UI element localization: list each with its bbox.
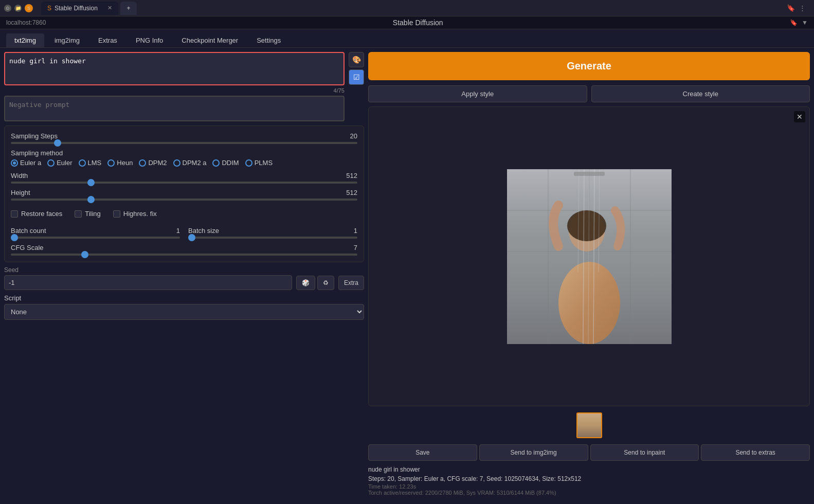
token-count: 4/75 xyxy=(4,87,345,94)
prompt-tools: 🎨 ☑ xyxy=(349,52,364,85)
tab-txt2img[interactable]: txt2img xyxy=(6,33,44,47)
output-info-text: nude girl in shower xyxy=(368,465,810,474)
browser-tab-close[interactable]: ✕ xyxy=(107,5,112,11)
save-button[interactable]: Save xyxy=(368,444,477,461)
apply-style-button[interactable]: Apply style xyxy=(368,85,587,102)
restore-faces-checkbox xyxy=(11,210,18,218)
page-title: Stable Diffusion xyxy=(46,19,790,27)
window-icon: ⊙ xyxy=(4,5,11,12)
send-to-img2img-button[interactable]: Send to img2img xyxy=(479,444,588,461)
seed-section: Seed 🎲 ♻ Extra xyxy=(4,266,364,290)
method-euler-label: Euler xyxy=(57,159,72,167)
radio-euler xyxy=(47,159,55,167)
output-info-details: Steps: 20, Sampler: Euler a, CFG scale: … xyxy=(368,474,810,483)
cfg-scale-slider[interactable] xyxy=(11,254,357,256)
method-dpm2-a[interactable]: DPM2 a xyxy=(173,159,207,167)
negative-prompt-input[interactable] xyxy=(4,96,345,121)
extra-button[interactable]: Extra xyxy=(338,276,364,290)
batch-size-value: 1 xyxy=(354,227,357,235)
sampling-method-row: Sampling method Euler a Euler LMS xyxy=(11,149,357,167)
extra-label: Extra xyxy=(344,279,358,286)
height-slider[interactable] xyxy=(11,199,357,201)
method-lms[interactable]: LMS xyxy=(79,159,102,167)
send-to-inpaint-button[interactable]: Send to inpaint xyxy=(590,444,699,461)
cfg-scale-label: CFG Scale xyxy=(11,244,44,251)
restore-faces-label: Restore faces xyxy=(21,210,62,218)
close-image-button[interactable]: ✕ xyxy=(794,111,805,122)
sampling-steps-row: Sampling Steps 20 xyxy=(11,132,357,144)
restore-faces-option[interactable]: Restore faces xyxy=(11,210,62,218)
tab-png-info[interactable]: PNG Info xyxy=(128,33,171,47)
method-lms-label: LMS xyxy=(88,159,102,167)
menu-icon[interactable]: ⋮ xyxy=(799,4,806,12)
svg-point-9 xyxy=(567,210,606,241)
cfg-scale-row: CFG Scale 7 xyxy=(11,244,357,256)
radio-dpm2 xyxy=(139,159,146,167)
seed-input-wrap: Seed xyxy=(4,266,292,290)
method-euler-a[interactable]: Euler a xyxy=(11,159,41,167)
width-label: Width xyxy=(11,172,28,179)
script-select[interactable]: None xyxy=(4,304,364,320)
main-content: 4/75 🎨 ☑ Sampling Steps 20 Sampling meth… xyxy=(0,48,814,500)
seed-input[interactable] xyxy=(4,275,292,290)
radio-dpm2-a xyxy=(173,159,180,167)
width-row: Width 512 xyxy=(11,172,357,184)
width-slider[interactable] xyxy=(11,182,357,184)
sampling-steps-label: Sampling Steps xyxy=(11,132,58,140)
browser-tab-stable-diffusion[interactable]: S Stable Diffusion ✕ xyxy=(41,2,118,15)
bookmark-page-icon[interactable]: 🔖 xyxy=(790,19,798,26)
height-row: Height 512 xyxy=(11,189,357,201)
highres-option[interactable]: Highres. fix xyxy=(113,210,157,218)
method-heun[interactable]: Heun xyxy=(107,159,133,167)
prompt-section: 4/75 🎨 ☑ xyxy=(4,52,364,121)
tab-checkpoint-merger[interactable]: Checkpoint Merger xyxy=(173,33,246,47)
method-dpm2-a-label: DPM2 a xyxy=(183,159,207,167)
tab-settings[interactable]: Settings xyxy=(248,33,289,47)
sampling-steps-slider[interactable] xyxy=(11,142,357,144)
sampling-method-group: Euler a Euler LMS Heun xyxy=(11,159,357,167)
seed-dice-button[interactable]: 🎲 xyxy=(296,276,315,290)
send-to-extras-button[interactable]: Send to extras xyxy=(701,444,810,461)
new-tab-button[interactable]: + xyxy=(120,2,137,15)
method-ddim[interactable]: DDIM xyxy=(212,159,239,167)
batch-count-value: 1 xyxy=(176,227,180,235)
generate-area: Generate Apply style Create style xyxy=(368,52,810,102)
prompt-container: 4/75 xyxy=(4,52,345,121)
app-icon: S xyxy=(25,4,33,12)
tiling-label: Tiling xyxy=(85,210,101,218)
tiling-option[interactable]: Tiling xyxy=(75,210,101,218)
create-style-button[interactable]: Create style xyxy=(591,85,810,102)
batch-size-slider[interactable] xyxy=(188,237,357,239)
method-euler[interactable]: Euler xyxy=(47,159,72,167)
seed-recycle-button[interactable]: ♻ xyxy=(317,276,334,290)
thumbnail-image-1[interactable] xyxy=(576,412,602,438)
generated-image xyxy=(507,169,672,344)
method-dpm2[interactable]: DPM2 xyxy=(139,159,167,167)
sampling-steps-value: 20 xyxy=(350,132,357,140)
highres-checkbox xyxy=(113,210,120,218)
bookmark-icon[interactable]: 🔖 xyxy=(787,4,795,12)
dice-icon: 🎲 xyxy=(302,279,310,286)
batch-count-row: Batch count 1 xyxy=(11,227,180,239)
right-panel: Generate Apply style Create style ✕ xyxy=(368,52,810,496)
width-value: 512 xyxy=(346,172,357,179)
window-controls[interactable]: ⊙ 📁 S xyxy=(4,4,33,12)
tab-extras[interactable]: Extras xyxy=(90,33,125,47)
batch-count-slider[interactable] xyxy=(11,237,180,239)
script-section: Script None xyxy=(4,294,364,320)
method-plms[interactable]: PLMS xyxy=(245,159,273,167)
folder-icon: 📁 xyxy=(14,5,22,12)
batch-size-label: Batch size xyxy=(188,227,219,235)
tiling-checkbox xyxy=(75,210,82,218)
emoji-tool-btn[interactable]: 🎨 xyxy=(349,52,364,67)
tab-img2img[interactable]: img2img xyxy=(46,33,88,47)
style-buttons: Apply style Create style xyxy=(368,85,810,102)
checkbox-tool-btn[interactable]: ☑ xyxy=(349,69,364,85)
browser-tab-icon: S xyxy=(47,5,51,12)
settings-panel: Sampling Steps 20 Sampling method Euler … xyxy=(4,125,364,262)
highres-label: Highres. fix xyxy=(123,210,157,218)
generate-button[interactable]: Generate xyxy=(368,52,810,80)
positive-prompt-input[interactable] xyxy=(4,52,345,85)
down-arrow-icon[interactable]: ▼ xyxy=(802,19,808,26)
height-label: Height xyxy=(11,189,30,196)
